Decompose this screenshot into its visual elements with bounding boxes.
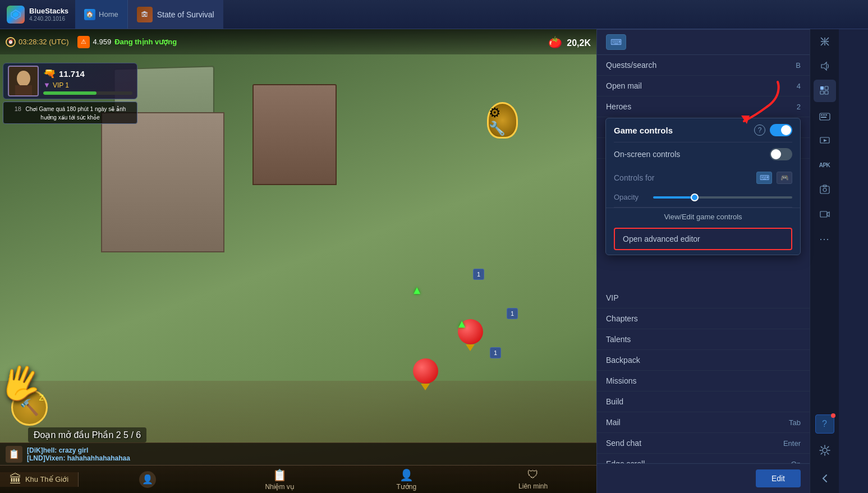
help-icon[interactable]: ? [754, 125, 765, 136]
sendchat-label: Send chat [606, 439, 641, 448]
control-row-heroes[interactable]: Heroes 2 [597, 96, 810, 117]
general-label: Tướng [397, 483, 417, 491]
control-row-quests[interactable]: Quests/search B [597, 55, 810, 76]
svg-rect-14 [825, 91, 828, 94]
chat-name-2: [LND]Vixen: hahahahhahahahaa [27, 454, 130, 462]
svg-marker-21 [824, 139, 827, 142]
svg-marker-1 [13, 12, 19, 17]
control-row-vip[interactable]: VIP [597, 288, 810, 308]
game-controls-toggle[interactable] [770, 124, 792, 136]
cast-icon-btn[interactable] [814, 129, 836, 151]
health-fill [43, 91, 97, 95]
control-row-mail[interactable]: Open mail 4 [597, 76, 810, 96]
resize-icon-btn[interactable] [814, 30, 836, 53]
svg-rect-17 [823, 114, 825, 116]
keyboard-icon-btn[interactable]: ⌨ [606, 34, 626, 50]
page-badge-1: 1 [473, 269, 484, 280]
game-area: ⏰ 03:28:32 (UTC) ⚠ 4.959 Đang thịnh vượn… [0, 0, 596, 493]
svg-marker-26 [827, 212, 829, 216]
control-row-talents[interactable]: Talents [597, 329, 810, 350]
page-badge-2: 1 [507, 308, 518, 319]
popup-row-controls-for: Controls for ⌨ 🎮 [606, 166, 800, 190]
home-tab-label: Home [99, 10, 118, 19]
control-row-mail2[interactable]: Mail Tab [597, 412, 810, 433]
svg-rect-11 [820, 86, 824, 90]
game-topbar: ⏰ 03:28:32 (UTC) ⚠ 4.959 Đang thịnh vượn… [0, 29, 596, 54]
control-row-missions[interactable]: Missions [597, 371, 810, 391]
backpack-label: Backpack [606, 356, 640, 365]
chat-message-2: [LND]Vixen: hahahahhahahahaa [27, 454, 130, 462]
tomato-stem-1 [466, 344, 475, 351]
gamepad-ctrl-icon[interactable]: 🎮 [777, 172, 792, 184]
dots-icon-btn[interactable]: ··· [814, 228, 836, 250]
controls-icon-row: ⌨ [597, 30, 810, 55]
world-icon: 🏛 [10, 472, 22, 487]
svg-rect-13 [825, 86, 828, 90]
screenshot-icon-btn[interactable] [814, 178, 836, 201]
controls-icons: ⌨ 🎮 [756, 172, 792, 184]
settings-icon-btn[interactable] [814, 439, 836, 462]
record-icon-btn[interactable] [814, 203, 836, 225]
chat-bar: 📋 [DiK]hell: crazy girl [LND]Vixen: haha… [0, 443, 596, 465]
advanced-editor-button[interactable]: Open advanced editor [614, 228, 792, 250]
nav-mission[interactable]: 📋 Nhiệm vụ [217, 466, 343, 493]
game-ui: ⏰ 03:28:32 (UTC) ⚠ 4.959 Đang thịnh vượn… [0, 29, 596, 493]
chat-icon: 📋 [6, 446, 22, 463]
notification-text: Chơi Game quá 180 phút 1 ngày sẽ ảnh hưở… [26, 106, 126, 121]
controls-footer: Edit [597, 463, 810, 493]
quests-key: B [796, 61, 801, 70]
open-mail-label: Open mail [606, 81, 642, 90]
open-mail-key: 4 [797, 82, 801, 90]
logo-version: 4.240.20.1016 [29, 16, 68, 22]
control-row-backpack[interactable]: Backpack [597, 350, 810, 371]
opacity-row: Opacity [606, 190, 800, 207]
control-row-sendchat[interactable]: Send chat Enter [597, 433, 810, 454]
game-tab[interactable]: 🏚 State of Survival [128, 0, 223, 29]
svg-rect-16 [821, 114, 823, 116]
control-row-build[interactable]: Build [597, 391, 810, 412]
popup-header: Game controls ? [606, 118, 800, 142]
bluestacks-logo: BlueStacks 4.240.20.1016 [0, 0, 75, 29]
profile-icon[interactable]: 👤 [139, 471, 156, 488]
home-tab[interactable]: 🏠 Home [75, 0, 128, 29]
apk-icon-btn[interactable]: APK [814, 154, 836, 176]
story-label: Đoạn mở đầu Phần 2 5 / 6 [34, 430, 141, 440]
control-row-chapters[interactable]: Chapters [597, 308, 810, 329]
notif-dot [831, 413, 835, 418]
grid-select-icon-btn[interactable] [814, 80, 836, 102]
right-panel: Controls × ⌨ Quests/search B Open mail 4… [596, 0, 868, 493]
missions-label: Missions [606, 376, 636, 385]
keyboard-ctrl-icon[interactable]: ⌨ [756, 172, 772, 184]
game-controls-popup: Game controls ? On-screen controls Contr… [605, 118, 801, 255]
green-arrow-2: ▲ [456, 317, 467, 330]
view-edit-button[interactable]: View/Edit game controls [606, 208, 800, 225]
mission-label: Nhiệm vụ [265, 483, 294, 491]
nav-alliance[interactable]: 🛡 Liên minh [470, 466, 596, 493]
svg-rect-12 [820, 91, 824, 94]
control-row-edgescroll[interactable]: Edge scroll On [597, 454, 810, 463]
world-zone-btn[interactable]: 🏛 Khu Thế Giới [0, 472, 79, 487]
bottom-nav: 🏛 Khu Thế Giới 👤 📋 Nhiệm vụ 👤 Tướng 🛡 Li… [0, 465, 596, 493]
controls-for-label: Controls for [614, 173, 654, 182]
question-badge[interactable]: ? [815, 414, 834, 434]
talents-label: Talents [606, 335, 631, 344]
controls-list: Quests/search B Open mail 4 Heroes 2 Ite… [597, 55, 810, 463]
keyboard-icon-btn-side[interactable] [814, 104, 836, 127]
back-icon-btn[interactable] [814, 467, 836, 490]
character-avatar [8, 66, 39, 96]
volume-icon-btn[interactable] [814, 55, 836, 77]
chat-name-1: [DiK]hell: crazy girl [27, 446, 88, 454]
mission-icon: 📋 [273, 468, 287, 482]
tomato-marker-2 [411, 358, 439, 392]
vip-ctrl-label: VIP [606, 293, 619, 302]
tomato-stem-2 [421, 384, 430, 390]
character-info: 🔫 11.714 ▼ VIP 1 [43, 67, 132, 95]
power-display: 🍅 20,2K [548, 35, 591, 49]
svg-rect-18 [825, 114, 827, 116]
nav-general[interactable]: 👤 Tướng [343, 466, 470, 493]
power-value: 20,2K [567, 38, 591, 48]
opacity-slider[interactable] [653, 196, 792, 199]
onscreen-toggle[interactable] [770, 148, 792, 160]
edit-button[interactable]: Edit [756, 469, 801, 487]
game-tab-label: State of Survival [157, 10, 214, 19]
